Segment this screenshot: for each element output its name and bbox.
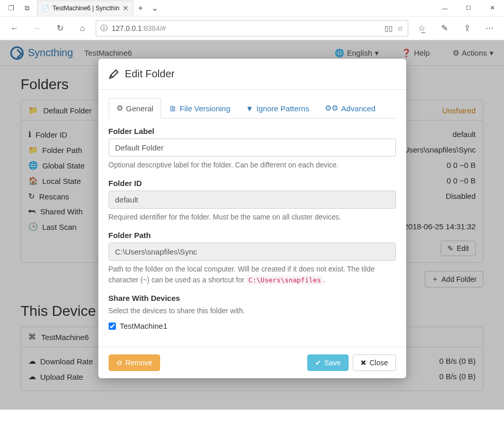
forward-button[interactable]: → (28, 19, 46, 38)
close-button[interactable]: ✖Close (353, 354, 396, 371)
tab-advanced[interactable]: ⚙⚙Advanced (317, 98, 384, 118)
site-info-icon[interactable]: ⓘ (100, 24, 108, 33)
favorites-hub-icon[interactable]: ☆̲ (412, 19, 431, 38)
minus-circle-icon: ⊖ (116, 359, 123, 367)
reading-view-icon[interactable]: ▯▯ (385, 24, 393, 32)
share-device-checkbox[interactable] (109, 323, 116, 330)
filter-icon: ▼ (246, 104, 253, 113)
pencil-icon (109, 69, 119, 79)
refresh-button[interactable]: ↻ (50, 19, 69, 38)
check-icon: ✔ (315, 359, 321, 367)
modal-tabs: ⚙General 🗎File Versioning ▼Ignore Patter… (109, 98, 396, 119)
folder-path-label: Folder Path (109, 231, 396, 240)
share-device-row[interactable]: TestMachine1 (109, 322, 396, 330)
back-button[interactable]: ← (5, 19, 24, 38)
edit-folder-modal: Edit Folder ⚙General 🗎File Versioning ▼I… (98, 59, 406, 378)
tab-file-versioning[interactable]: 🗎File Versioning (161, 98, 238, 118)
tab-title: TestMachine6 | Syncthin (53, 5, 119, 12)
browser-tab[interactable]: 📄 TestMachine6 | Syncthin ✕ (37, 1, 133, 16)
gear-icon: ⚙ (116, 104, 123, 113)
settings-icon[interactable]: ⋯ (480, 19, 499, 38)
save-button[interactable]: ✔Save (307, 354, 349, 371)
window-titlebar: ❐ ⧉ 📄 TestMachine6 | Syncthin ✕ + ⌄ — ☐ … (0, 0, 504, 16)
folder-path-help: Path to the folder on the local computer… (109, 264, 396, 285)
address-bar[interactable]: ⓘ 127.0.0.1:8384/# ▯▯ ☆ (96, 20, 408, 37)
share-device-label: TestMachine1 (120, 322, 168, 330)
folder-label-help: Optional descriptive label for the folde… (109, 160, 396, 171)
modal-header: Edit Folder (98, 59, 406, 90)
tab-ignore-patterns[interactable]: ▼Ignore Patterns (238, 98, 317, 118)
folder-path-input (109, 243, 396, 261)
tab-general[interactable]: ⚙General (109, 98, 161, 119)
share-devices-help: Select the devices to share this folder … (109, 306, 396, 316)
tab-close-icon[interactable]: ✕ (123, 4, 129, 12)
share-icon[interactable]: ⇪ (458, 19, 476, 38)
tab-favicon: 📄 (42, 5, 49, 12)
folder-label-input[interactable] (109, 139, 396, 157)
tabs-icon[interactable]: ⧉ (20, 1, 34, 15)
folder-label-label: Folder Label (109, 127, 396, 136)
sidebar-toggle-icon[interactable]: ❐ (4, 1, 19, 15)
folder-id-label: Folder ID (109, 179, 396, 188)
copy-icon: 🗎 (169, 104, 177, 113)
modal-backdrop[interactable]: Edit Folder ⚙General 🗎File Versioning ▼I… (0, 40, 504, 410)
notes-icon[interactable]: ✎ (435, 19, 454, 38)
home-button[interactable]: ⌂ (73, 19, 92, 38)
cogs-icon: ⚙⚙ (325, 104, 338, 113)
window-close-button[interactable]: ✕ (480, 0, 504, 16)
folder-id-help: Required identifier for the folder. Must… (109, 212, 396, 223)
url-text: 127.0.0.1:8384/# (112, 24, 380, 32)
modal-footer: ⊖Remove ✔Save ✖Close (98, 347, 406, 378)
window-minimize-button[interactable]: — (433, 0, 457, 16)
tab-chevron-icon[interactable]: ⌄ (148, 3, 162, 13)
remove-button[interactable]: ⊖Remove (109, 354, 160, 371)
new-tab-button[interactable]: + (133, 4, 148, 13)
share-devices-heading: Share With Devices (109, 294, 396, 302)
favorite-star-icon[interactable]: ☆ (397, 24, 404, 32)
folder-id-input (109, 191, 396, 209)
modal-title: Edit Folder (125, 68, 175, 80)
window-maximize-button[interactable]: ☐ (457, 0, 480, 16)
browser-toolbar: ← → ↻ ⌂ ⓘ 127.0.0.1:8384/# ▯▯ ☆ ☆̲ ✎ ⇪ ⋯ (0, 16, 504, 40)
close-icon: ✖ (360, 359, 367, 367)
